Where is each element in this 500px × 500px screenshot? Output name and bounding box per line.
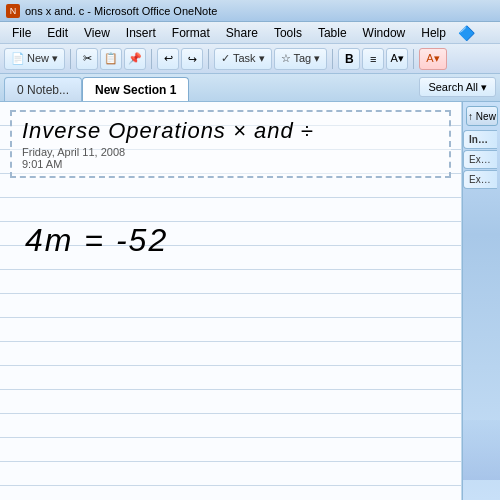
- sidebar-tabs: Inverse... Examp... Examp...: [463, 130, 500, 189]
- help-icon: 🔷: [458, 25, 475, 41]
- tag-button[interactable]: ☆ Tag ▾: [274, 48, 328, 70]
- search-area: Search All ▾: [419, 77, 496, 97]
- redo-button[interactable]: ↩: [181, 48, 203, 70]
- notebook-tab[interactable]: 0 Noteb...: [4, 77, 82, 101]
- sidebar-tab-example1[interactable]: Examp...: [463, 150, 497, 169]
- task-button[interactable]: ✓ Task ▾: [214, 48, 272, 70]
- search-all-button[interactable]: Search All ▾: [419, 77, 496, 97]
- title-bar: N ons x and. c - Microsoft Office OneNot…: [0, 0, 500, 22]
- color-icon: A▾: [426, 52, 439, 65]
- copy-button[interactable]: 📋: [100, 48, 122, 70]
- menu-bar: File Edit View Insert Format Share Tools…: [0, 22, 500, 44]
- note-title: Inverse Operations × and ÷: [22, 118, 439, 144]
- toolbar-sep-1: [70, 49, 71, 69]
- menu-table[interactable]: Table: [310, 24, 355, 42]
- toolbar-sep-4: [332, 49, 333, 69]
- toolbar-sep-5: [413, 49, 414, 69]
- note-date: Friday, April 11, 2008: [22, 146, 439, 158]
- cut-button[interactable]: ✂: [76, 48, 98, 70]
- tabs-bar: 0 Noteb... New Section 1 Search All ▾: [0, 74, 500, 102]
- toolbar-sep-2: [151, 49, 152, 69]
- right-sidebar: ↑ New Inverse... Examp... Examp...: [462, 102, 500, 500]
- new-button[interactable]: 📄 New ▾: [4, 48, 65, 70]
- undo-button[interactable]: ↩: [157, 48, 179, 70]
- text-size-button[interactable]: A▾: [386, 48, 408, 70]
- menu-file[interactable]: File: [4, 24, 39, 42]
- menu-window[interactable]: Window: [355, 24, 414, 42]
- menu-tools[interactable]: Tools: [266, 24, 310, 42]
- paste-button[interactable]: 📌: [124, 48, 146, 70]
- list-button[interactable]: ≡: [362, 48, 384, 70]
- math-content[interactable]: 4m = -52: [25, 222, 168, 259]
- toolbar-sep-3: [208, 49, 209, 69]
- sidebar-tab-example2[interactable]: Examp...: [463, 170, 497, 189]
- note-time: 9:01 AM: [22, 158, 439, 170]
- note-title-area[interactable]: Inverse Operations × and ÷ Friday, April…: [10, 110, 451, 178]
- menu-edit[interactable]: Edit: [39, 24, 76, 42]
- notebook-tab-label: 0 Noteb...: [17, 83, 69, 97]
- app-icon: N: [6, 4, 20, 18]
- menu-share[interactable]: Share: [218, 24, 266, 42]
- menu-insert[interactable]: Insert: [118, 24, 164, 42]
- bold-button[interactable]: B: [338, 48, 360, 70]
- sidebar-decoration: [463, 420, 500, 480]
- new-label: New ▾: [27, 52, 58, 65]
- new-icon: 📄: [11, 52, 25, 65]
- menu-help[interactable]: Help: [413, 24, 454, 42]
- new-page-button[interactable]: ↑ New: [466, 106, 498, 126]
- color-button[interactable]: A▾: [419, 48, 446, 70]
- section-tab[interactable]: New Section 1: [82, 77, 189, 101]
- menu-format[interactable]: Format: [164, 24, 218, 42]
- content-area[interactable]: Inverse Operations × and ÷ Friday, April…: [0, 102, 462, 500]
- sidebar-tab-inverse[interactable]: Inverse...: [463, 130, 497, 149]
- section-tab-label: New Section 1: [95, 83, 176, 97]
- title-text: ons x and. c - Microsoft Office OneNote: [25, 5, 217, 17]
- menu-view[interactable]: View: [76, 24, 118, 42]
- toolbar: 📄 New ▾ ✂ 📋 📌 ↩ ↩ ✓ Task ▾ ☆ Tag ▾ B ≡ A…: [0, 44, 500, 74]
- main-area: Inverse Operations × and ÷ Friday, April…: [0, 102, 500, 500]
